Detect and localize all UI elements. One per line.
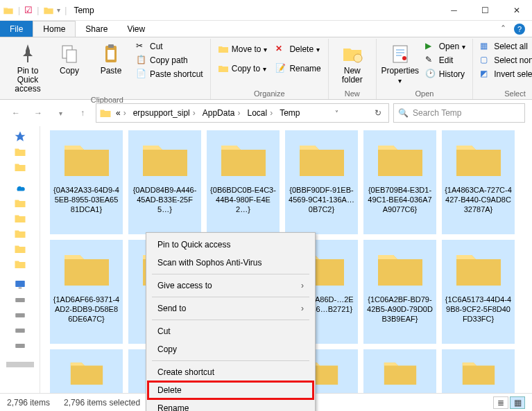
- folder-item[interactable]: [442, 349, 515, 393]
- up-button[interactable]: ↑: [74, 104, 92, 122]
- folder-item[interactable]: [363, 349, 436, 393]
- folder-item[interactable]: {0ADD84B9-A446-45AD-B33E-25F5…}: [128, 130, 201, 234]
- menu-scan-antivirus[interactable]: Scan with Sophos Anti-Virus: [148, 254, 314, 272]
- svg-point-7: [402, 56, 406, 60]
- copy-path-button[interactable]: 📋Copy path: [133, 54, 206, 67]
- select-none-button[interactable]: ▢Select none: [477, 54, 532, 67]
- window-title: Temp: [74, 6, 94, 15]
- drive-icon[interactable]: [1, 323, 38, 338]
- select-group-label: Select: [477, 89, 532, 98]
- nav-folder-icon[interactable]: [1, 144, 38, 159]
- new-folder-button[interactable]: New folder: [333, 40, 372, 85]
- title-dropdown-icon[interactable]: ▾: [57, 6, 60, 14]
- menu-send-to[interactable]: Send to›: [148, 299, 314, 317]
- pin-to-quick-access-button[interactable]: Pin to Quick access: [8, 40, 47, 94]
- icons-view-button[interactable]: ▦: [510, 396, 525, 409]
- crumb-erpsupport[interactable]: erpsupport_sipl›: [130, 108, 198, 118]
- paste-button[interactable]: Paste: [92, 40, 130, 76]
- crumb-appdata[interactable]: AppData›: [200, 108, 243, 118]
- svg-rect-4: [108, 50, 114, 60]
- nav-folder-icon[interactable]: [1, 226, 38, 241]
- maximize-button[interactable]: ☐: [470, 0, 501, 21]
- open-icon: ▶: [425, 41, 436, 52]
- menu-copy[interactable]: Copy: [148, 340, 314, 358]
- new-folder-label: New folder: [342, 67, 363, 85]
- move-to-button[interactable]: Move to▾: [215, 43, 271, 55]
- history-button[interactable]: 🕑History: [422, 68, 468, 80]
- organize-group-label: Organize: [215, 89, 324, 98]
- history-icon: 🕑: [425, 69, 436, 80]
- search-input[interactable]: 🔍 Search Temp: [393, 103, 525, 123]
- breadcrumb[interactable]: «› erpsupport_sipl› AppData› Local› Temp…: [96, 103, 389, 123]
- cut-button[interactable]: ✂Cut: [133, 40, 206, 53]
- navigation-pane[interactable]: [0, 126, 40, 393]
- folder-icon: [3, 5, 14, 16]
- svg-rect-10: [15, 298, 25, 302]
- nav-folder-icon[interactable]: [1, 211, 38, 226]
- folder-item[interactable]: {0A342A33-64D9-45EB-8955-03EA6581DCA1}: [50, 130, 123, 234]
- tab-view[interactable]: View: [117, 21, 155, 37]
- recent-locations-button[interactable]: ▾: [51, 104, 69, 122]
- properties-label: Properties: [381, 67, 419, 76]
- close-button[interactable]: ✕: [501, 0, 532, 21]
- menu-delete[interactable]: Delete: [148, 381, 314, 399]
- minimize-button[interactable]: ─: [438, 0, 470, 21]
- back-button[interactable]: ←: [7, 104, 25, 122]
- drive-icon[interactable]: [1, 308, 38, 323]
- delete-button[interactable]: ✕Delete▾: [273, 43, 323, 55]
- drive-icon[interactable]: [1, 338, 38, 353]
- ribbon-tabs: File Home Share View ˄ ?: [0, 21, 532, 37]
- nav-folder-icon[interactable]: [1, 256, 38, 272]
- help-icon[interactable]: ?: [514, 24, 525, 35]
- folder-item[interactable]: {1A4863CA-727C-4427-B440-C9AD8C32787A}: [442, 130, 515, 234]
- crumb-overflow[interactable]: «›: [113, 108, 129, 118]
- tab-share[interactable]: Share: [76, 21, 117, 37]
- nav-folder-icon[interactable]: [1, 159, 38, 175]
- rename-button[interactable]: 📝Rename: [273, 62, 323, 75]
- folder-item[interactable]: {1AD6AF66-9371-4AD2-BDB9-D58E86DE6A7C}: [50, 240, 123, 344]
- folder-item[interactable]: {0B6BDC0B-E4C3-44B4-980F-E4E2…}: [207, 130, 280, 234]
- open-button[interactable]: ▶Open▾: [422, 40, 468, 53]
- properties-button[interactable]: Properties ▾: [381, 40, 420, 85]
- menu-give-access-to[interactable]: Give access to›: [148, 277, 314, 295]
- menu-rename[interactable]: Rename: [148, 399, 314, 411]
- crumb-temp[interactable]: Temp: [277, 108, 302, 118]
- tab-home[interactable]: Home: [33, 21, 76, 37]
- folder-icon: [99, 107, 112, 119]
- menu-cut[interactable]: Cut: [148, 322, 314, 340]
- paste-shortcut-button[interactable]: 📄Paste shortcut: [133, 68, 206, 80]
- onedrive-icon[interactable]: [1, 180, 38, 195]
- collapse-ribbon-icon[interactable]: ˄: [501, 24, 506, 35]
- folder-item[interactable]: [50, 349, 123, 393]
- select-all-icon: ▦: [480, 41, 491, 52]
- chevron-right-icon: ›: [301, 304, 304, 313]
- drive-icon[interactable]: [1, 292, 38, 308]
- folder-item[interactable]: {1C6A5173-44D4-49B8-9CF2-5F8D40FD33FC}: [442, 240, 515, 344]
- tab-file[interactable]: File: [0, 21, 33, 37]
- svg-rect-13: [15, 344, 25, 348]
- forward-button[interactable]: →: [29, 104, 47, 122]
- crumb-local[interactable]: Local›: [244, 108, 275, 118]
- folder-item[interactable]: {0BBF90DF-91EB-4569-9C41-136A…0B7C2}: [285, 130, 358, 234]
- nav-folder-icon[interactable]: [1, 241, 38, 256]
- scissors-icon: ✂: [136, 41, 147, 52]
- chevron-down-icon: ▾: [398, 77, 402, 85]
- menu-create-shortcut[interactable]: Create shortcut: [148, 363, 314, 381]
- copy-to-button[interactable]: Copy to▾: [215, 62, 271, 75]
- quick-checkbox-icon[interactable]: ☑: [24, 5, 33, 15]
- menu-pin-to-quick-access[interactable]: Pin to Quick access: [148, 236, 314, 254]
- invert-selection-button[interactable]: ◩Invert selection: [477, 68, 532, 80]
- details-view-button[interactable]: ≣: [493, 396, 508, 409]
- folder-item[interactable]: {0EB709B4-E3D1-49C1-BE64-036A7A9077C6}: [363, 130, 436, 234]
- breadcrumb-dropdown-icon[interactable]: ˅: [331, 110, 343, 117]
- this-pc-icon[interactable]: [1, 277, 38, 292]
- copy-button[interactable]: Copy: [50, 40, 89, 76]
- svg-rect-8: [15, 281, 25, 287]
- edit-button[interactable]: ✎Edit: [422, 54, 468, 67]
- refresh-button[interactable]: ↻: [370, 108, 386, 118]
- nav-folder-icon[interactable]: [1, 195, 38, 211]
- quick-access-icon[interactable]: [1, 129, 38, 144]
- select-all-button[interactable]: ▦Select all: [477, 40, 532, 53]
- nav-scrollbar[interactable]: [6, 362, 34, 367]
- folder-item[interactable]: {1C06A2BF-BD79-42B5-A90D-79D0DB3B9EAF}: [363, 240, 436, 344]
